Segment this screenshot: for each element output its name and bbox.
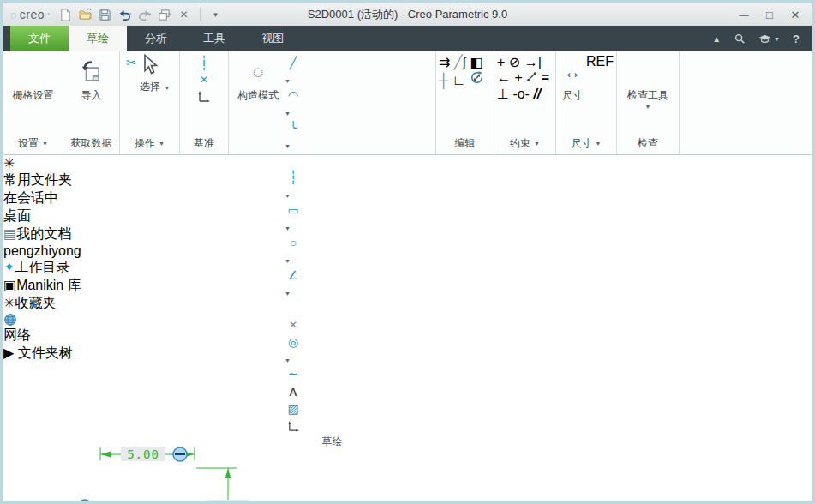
- nav-item-favorites[interactable]: ✳收藏夹: [3, 295, 812, 313]
- window-switch-button[interactable]: ▾: [158, 7, 171, 22]
- vertical-constraint-badge[interactable]: [78, 500, 92, 504]
- equal-icon[interactable]: =: [542, 70, 549, 85]
- quick-access-toolbar: ▾ ▾ ▾ ✕ ▼: [59, 7, 223, 22]
- redo-button[interactable]: ▾: [138, 7, 152, 22]
- arc-icon[interactable]: ◠: [285, 87, 302, 104]
- group-get-data: 导入 获取数据: [63, 51, 120, 154]
- undo-button[interactable]: ▾: [118, 7, 132, 22]
- group-dimension: ↔ 尺寸 REF 尺寸▼: [556, 51, 617, 154]
- tab-tools[interactable]: 工具: [185, 26, 243, 51]
- window-switch-caret-icon[interactable]: ▾: [168, 11, 171, 18]
- help-icon[interactable]: ?: [793, 33, 800, 45]
- rotate-resize-icon: [470, 70, 484, 85]
- modify-icon[interactable]: ⇉: [439, 55, 450, 69]
- nav-item-working-directory[interactable]: ✦工作目录: [3, 259, 812, 277]
- ribbon-tab-bar: 文件 草绘 分析 工具 视图 ▲ ▼ ?: [3, 26, 812, 51]
- horizontal-constraint-badge[interactable]: [173, 447, 187, 461]
- midpoint-icon[interactable]: -o-: [512, 87, 530, 101]
- group-inspect: 检查工具 ▼ 检查: [617, 51, 680, 154]
- tab-analysis[interactable]: 分析: [127, 26, 185, 51]
- save-button[interactable]: [99, 7, 112, 22]
- parallel-icon[interactable]: //: [533, 87, 541, 101]
- nav-item-manikin-library[interactable]: ▣Manikin 库: [3, 277, 812, 295]
- delete-segment-icon[interactable]: ╱∫: [454, 55, 466, 69]
- group-label-settings[interactable]: 设置▼: [3, 133, 63, 154]
- perpendicular-icon[interactable]: ⊥: [497, 87, 509, 101]
- group-label-edit: 编辑: [436, 133, 494, 154]
- cut-icon[interactable]: ✂: [123, 54, 140, 71]
- learning-icon[interactable]: ▼: [758, 33, 780, 45]
- navigator-tabs: ✳: [3, 155, 812, 171]
- width-dimension-value[interactable]: 5.00: [127, 447, 159, 461]
- grid-icon: [25, 64, 42, 80]
- creo-logo-mark: °: [47, 12, 51, 21]
- inspect-tools-button[interactable]: 检查工具 ▼: [627, 54, 668, 110]
- coincident-icon[interactable]: [526, 70, 537, 85]
- group-label-constrain[interactable]: 约束▼: [494, 133, 555, 154]
- group-label-inspect: 检查: [617, 133, 679, 154]
- minimize-button[interactable]: —: [733, 7, 755, 22]
- group-label-datum: 基准: [180, 133, 228, 154]
- centerline-icon[interactable]: ┊: [195, 54, 213, 71]
- select-button[interactable]: 选择 ▼: [140, 54, 177, 94]
- tangent-icon[interactable]: ⊘: [509, 55, 520, 69]
- redo-caret-icon[interactable]: ▾: [148, 11, 152, 18]
- group-label-dimension[interactable]: 尺寸▼: [556, 133, 616, 154]
- nav-item-in-session[interactable]: 在会话中: [3, 189, 812, 207]
- dimension-button[interactable]: ↔ 尺寸: [559, 54, 586, 103]
- sketch-canvas[interactable]: 5.00 4.00: [3, 363, 812, 504]
- maximize-button[interactable]: □: [758, 7, 781, 22]
- title-bar: ◌ creo ° ▾ ▾ ▾ ✕ ▼ S2D0001 (活动的) - Creo …: [3, 3, 812, 26]
- horizontal-constraint-icon[interactable]: +: [514, 70, 522, 85]
- nav-item-desktop[interactable]: 桌面: [3, 207, 812, 225]
- height-dimension[interactable]: [196, 468, 237, 504]
- paste-icon[interactable]: [123, 88, 140, 105]
- collapse-ribbon-icon[interactable]: ▲: [712, 34, 721, 44]
- tab-file[interactable]: 文件: [10, 26, 69, 51]
- expand-arrow-icon: ▶: [3, 345, 14, 360]
- navigator-header: 常用文件夹: [3, 171, 812, 189]
- height-dimension-value[interactable]: 4.00: [210, 501, 243, 504]
- reference-dimension-icon[interactable]: REF: [586, 54, 614, 69]
- grid-settings-button[interactable]: 栅格设置: [13, 54, 54, 103]
- nav-item-my-documents[interactable]: ▤我的文档: [3, 225, 812, 243]
- tab-view[interactable]: 视图: [243, 26, 302, 51]
- dimension-icon: ↔: [564, 57, 581, 87]
- close-window-button[interactable]: ✕: [177, 7, 191, 22]
- ribbon-filler: [680, 51, 680, 154]
- undo-caret-icon[interactable]: ▾: [129, 11, 132, 18]
- working-directory-icon: ✦: [3, 260, 15, 274]
- mirror-icon[interactable]: ◧: [470, 55, 482, 69]
- close-app-button[interactable]: ✕: [784, 7, 806, 22]
- nav-item-computer[interactable]: pengzhiyong: [3, 243, 812, 259]
- customize-qat-button[interactable]: ▼: [209, 7, 223, 22]
- window-controls: — □ ✕: [733, 7, 806, 22]
- construction-mode-button[interactable]: ◌ 构造模式: [231, 54, 285, 103]
- vertical-constraint-icon[interactable]: +: [497, 55, 505, 69]
- line-chain-icon[interactable]: ╱: [285, 54, 302, 71]
- rotate-resize-button[interactable]: [470, 73, 484, 87]
- search-icon[interactable]: [734, 33, 746, 45]
- copy-icon[interactable]: [123, 71, 140, 88]
- ribbon: 栅格设置 设置▼ 导入 获取数据 ✂: [3, 51, 812, 155]
- tab-favorites[interactable]: ✳: [3, 155, 812, 171]
- construction-mode-icon: ◌: [252, 57, 263, 87]
- coordinate-system-icon[interactable]: [195, 88, 213, 105]
- creo-swirl-icon: ◌: [10, 9, 17, 21]
- import-icon: [81, 57, 103, 87]
- nav-item-network[interactable]: 网络: [3, 313, 812, 345]
- sketch-annotations: 5.00 4.00: [3, 363, 522, 504]
- folder-tree-expander[interactable]: ▶ 文件夹树: [3, 345, 812, 363]
- tab-sketch[interactable]: 草绘: [69, 26, 127, 51]
- new-file-button[interactable]: [59, 7, 73, 22]
- corner-icon[interactable]: ∟: [452, 73, 466, 87]
- open-file-button[interactable]: [79, 7, 93, 22]
- group-label-operations[interactable]: 操作▼: [120, 133, 179, 154]
- point-icon[interactable]: ✕: [195, 71, 213, 88]
- fillet-icon[interactable]: ╰: [285, 119, 302, 136]
- import-button[interactable]: 导入: [81, 54, 103, 103]
- group-settings: 栅格设置 设置▼: [3, 51, 63, 154]
- creo-logo: ◌ creo °: [10, 8, 51, 21]
- group-sketch: ◌ 构造模式 ╱▼ ◠▼ ╰▼ ┆▼ ▭▼ ○▼ ∠▼: [229, 51, 436, 154]
- divide-icon[interactable]: ┼: [439, 73, 448, 87]
